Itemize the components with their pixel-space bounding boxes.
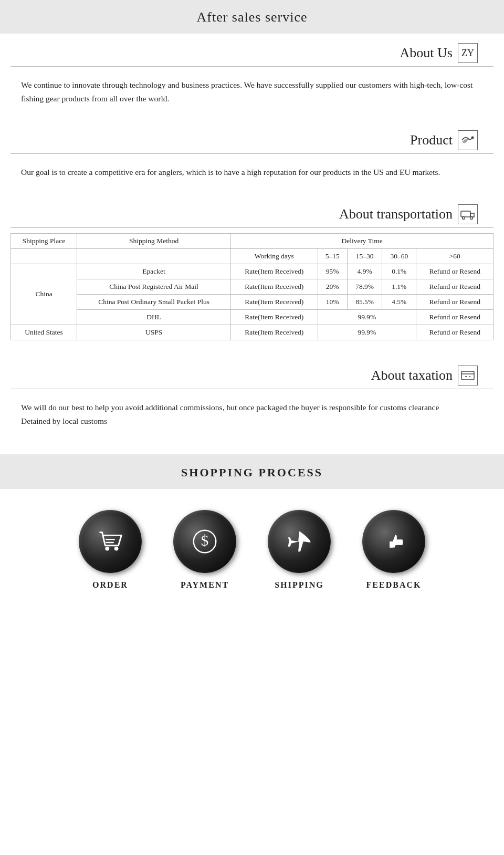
- payment-label: PAYMENT: [181, 580, 229, 590]
- dhl-rate: Rate(Item Received): [231, 309, 318, 325]
- table-row: China Post Ordinary Small Packet Plus Ra…: [11, 294, 494, 309]
- epacket-r3: 0.1%: [382, 264, 416, 279]
- about-us-section-header: About Us ZY: [10, 34, 494, 67]
- col-range2: 15–30: [347, 248, 382, 264]
- svg-point-0: [471, 137, 474, 139]
- about-us-body: We continue to innovate through technolo…: [0, 67, 504, 121]
- svg-rect-1: [461, 211, 470, 217]
- usps-r1: 99.9%: [318, 325, 416, 340]
- about-us-title: About Us: [400, 45, 453, 61]
- page-main-header: After sales service: [0, 0, 504, 34]
- airmail-r2: 78.9%: [347, 279, 382, 294]
- process-payment: $ PAYMENT: [173, 510, 236, 590]
- svg-point-3: [470, 216, 473, 219]
- dhl-r4: Refund or Resend: [416, 309, 494, 325]
- feedback-label: FEEDBACK: [366, 580, 422, 590]
- order-label: ORDER: [92, 580, 128, 590]
- col-empty2: [77, 248, 231, 264]
- svg-point-5: [105, 547, 109, 551]
- smallpacket-r1: 10%: [318, 294, 347, 309]
- airmail-method: China Post Registered Air Mail: [77, 279, 231, 294]
- smallpacket-r2: 85.5%: [347, 294, 382, 309]
- process-order: ORDER: [79, 510, 142, 590]
- taxation-title: About taxation: [371, 368, 453, 383]
- col-shipping-place: Shipping Place: [11, 233, 77, 248]
- dhl-method: DHL: [77, 309, 231, 325]
- product-section-header: Product: [10, 121, 494, 154]
- col-range3: 30–60: [382, 248, 416, 264]
- col-empty1: [11, 248, 77, 264]
- process-shipping: SHIPPING: [268, 510, 331, 590]
- transportation-table: Shipping Place Shipping Method Delivery …: [10, 233, 494, 340]
- product-icon: [458, 130, 478, 150]
- us-place: United States: [11, 325, 77, 340]
- col-working-days: Working days: [231, 248, 318, 264]
- smallpacket-rate: Rate(Item Received): [231, 294, 318, 309]
- airmail-r3: 1.1%: [382, 279, 416, 294]
- col-shipping-method: Shipping Method: [77, 233, 231, 248]
- epacket-r1: 95%: [318, 264, 347, 279]
- process-feedback: FEEDBACK: [362, 510, 425, 590]
- epacket-r2: 4.9%: [347, 264, 382, 279]
- usps-rate: Rate(Item Received): [231, 325, 318, 340]
- svg-rect-4: [461, 371, 474, 380]
- airmail-r4: Refund or Resend: [416, 279, 494, 294]
- about-us-icon: ZY: [458, 43, 478, 63]
- table-row: China Post Registered Air Mail Rate(Item…: [11, 279, 494, 294]
- svg-point-2: [463, 216, 465, 219]
- shipping-label: SHIPPING: [275, 580, 323, 590]
- svg-point-6: [114, 547, 119, 551]
- shopping-header: SHOPPING PROCESS: [0, 454, 504, 489]
- taxation-section-header: About taxation: [10, 356, 494, 389]
- usps-r4: Refund or Resend: [416, 325, 494, 340]
- product-body: Our goal is to create a competitive era …: [0, 154, 504, 195]
- svg-text:$: $: [201, 532, 209, 549]
- transportation-table-container: Shipping Place Shipping Method Delivery …: [0, 228, 504, 356]
- taxation-text2: Detained by local customs: [21, 414, 483, 428]
- taxation-body: We will do our best to help you avoid ad…: [0, 389, 504, 450]
- table-row: DHL Rate(Item Received) 99.9% Refund or …: [11, 309, 494, 325]
- col-range1: 5–15: [318, 248, 347, 264]
- shopping-process-row: ORDER $ PAYMENT SHIPPING: [0, 489, 504, 606]
- dhl-r1: 99.9%: [318, 309, 416, 325]
- taxation-icon: [458, 366, 478, 385]
- order-circle: [79, 510, 142, 573]
- airmail-rate: Rate(Item Received): [231, 279, 318, 294]
- product-title: Product: [410, 132, 453, 148]
- table-row: United States USPS Rate(Item Received) 9…: [11, 325, 494, 340]
- transportation-section-header: About transportation: [10, 195, 494, 228]
- transportation-icon: [458, 204, 478, 224]
- payment-circle: $: [173, 510, 236, 573]
- transportation-title: About transportation: [339, 206, 453, 222]
- epacket-method: Epacket: [77, 264, 231, 279]
- smallpacket-r4: Refund or Resend: [416, 294, 494, 309]
- smallpacket-method: China Post Ordinary Small Packet Plus: [77, 294, 231, 309]
- shipping-circle: [268, 510, 331, 573]
- feedback-circle: [362, 510, 425, 573]
- col-delivery-time: Delivery Time: [231, 233, 494, 248]
- col-range4: >60: [416, 248, 494, 264]
- airmail-r1: 20%: [318, 279, 347, 294]
- china-place: China: [11, 264, 77, 325]
- smallpacket-r3: 4.5%: [382, 294, 416, 309]
- epacket-r4: Refund or Resend: [416, 264, 494, 279]
- table-row: China Epacket Rate(Item Received) 95% 4.…: [11, 264, 494, 279]
- epacket-rate: Rate(Item Received): [231, 264, 318, 279]
- usps-method: USPS: [77, 325, 231, 340]
- taxation-text1: We will do our best to help you avoid ad…: [21, 401, 483, 414]
